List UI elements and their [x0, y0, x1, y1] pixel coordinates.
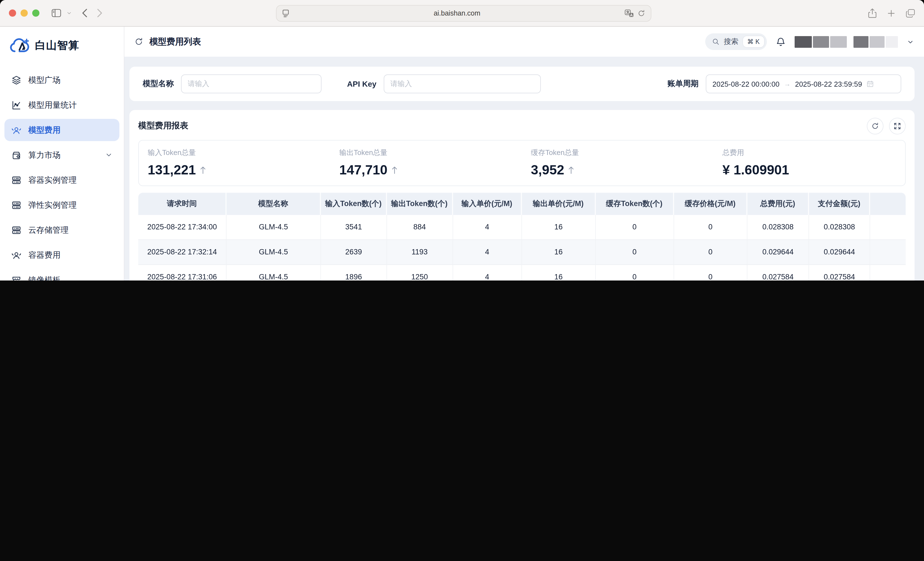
user-account-redacted[interactable] — [795, 36, 898, 48]
sidebar-item-5[interactable]: 弹性实例管理 — [4, 194, 119, 216]
brand-name: 白山智算 — [35, 38, 80, 53]
translate-icon[interactable] — [625, 9, 634, 17]
content-area: 模型名称 请输入 API Key 请输入 账单周期 2025-08-22 00:… — [124, 57, 924, 280]
sidebar-item-label: 弹性实例管理 — [28, 200, 113, 210]
billing-period-range-picker[interactable]: 2025-08-22 00:00:00 → 2025-08-22 23:59:5… — [706, 74, 901, 93]
table-cell: 2025-08-22 17:32:14 — [138, 240, 226, 265]
table-row[interactable]: 2025-08-22 17:31:06GLM-4.518961250416000… — [138, 265, 906, 280]
table-cell: 0.028308 — [748, 215, 809, 240]
up-arrow-icon — [567, 166, 575, 174]
template-icon — [11, 274, 22, 280]
server-icon — [11, 175, 22, 185]
page-title: 模型费用列表 — [149, 36, 201, 48]
table-cell: 0.029644 — [809, 240, 870, 265]
column-header: 输出Token数(个) — [387, 193, 453, 215]
up-arrow-icon — [391, 166, 398, 174]
sidebar-item-2[interactable]: 模型费用 — [4, 119, 119, 141]
browser-toolbar: ai.baishan.com — [0, 0, 924, 27]
table-cell: 16 — [522, 240, 596, 265]
account-chevron-down-icon[interactable] — [907, 38, 914, 45]
table-cell: 0.027584 — [748, 265, 809, 280]
period-start-value: 2025-08-22 00:00:00 — [712, 80, 779, 88]
up-arrow-icon — [200, 166, 207, 174]
stat-total-cost: 总费用 ¥ 1.609901 — [714, 148, 905, 178]
table-cell: 2025-08-22 17:31:06 — [138, 265, 226, 280]
sidebar-item-8[interactable]: 镜像模板 — [4, 269, 119, 280]
notifications-bell-icon[interactable] — [776, 36, 786, 47]
table-cell: 4 — [453, 265, 522, 280]
minimize-window-button[interactable] — [21, 9, 28, 16]
column-header: 输出单价(元/M) — [522, 193, 596, 215]
toolbar-chevron-down-icon[interactable] — [67, 10, 72, 15]
range-arrow-icon: → — [784, 80, 790, 88]
global-search[interactable]: 搜索 ⌘ K — [705, 33, 767, 50]
sidebar-item-7[interactable]: 容器费用 — [4, 244, 119, 266]
zoom-window-button[interactable] — [32, 9, 39, 16]
server-icon — [11, 200, 22, 210]
sidebar-item-3[interactable]: 算力市场 — [4, 144, 119, 166]
app-window: ai.baishan.com — [0, 0, 924, 280]
chevron-down-icon — [105, 151, 113, 159]
stat-cache-tokens: 缓存Token总量 3,952 — [522, 148, 714, 178]
billing-table-wrapper: 请求时间模型名称输入Token数(个)输出Token数(个)输入单价(元/M)输… — [138, 193, 906, 280]
report-refresh-button[interactable] — [867, 118, 884, 134]
table-cell — [870, 215, 906, 240]
api-key-input[interactable]: 请输入 — [384, 74, 541, 93]
table-cell: GLM-4.5 — [226, 240, 321, 265]
layers-icon — [11, 75, 22, 85]
sidebar-item-label: 容器费用 — [28, 250, 113, 260]
column-header — [870, 193, 906, 215]
new-tab-icon[interactable] — [887, 9, 896, 18]
column-header: 输入Token数(个) — [321, 193, 387, 215]
table-cell: 16 — [522, 265, 596, 280]
table-cell: 1250 — [387, 265, 453, 280]
table-cell: 0 — [596, 265, 674, 280]
table-cell: 0.027584 — [809, 265, 870, 280]
app-header: 模型费用列表 搜索 ⌘ K — [124, 27, 924, 57]
calendar-icon — [867, 80, 874, 88]
sidebar-item-1[interactable]: 模型用量统计 — [4, 94, 119, 116]
table-cell: 1896 — [321, 265, 387, 280]
market-icon — [11, 150, 22, 160]
billing-period-label: 账单周期 — [668, 79, 699, 89]
reload-icon[interactable] — [638, 9, 645, 17]
sidebar-item-label: 算力市场 — [28, 150, 105, 160]
share-icon[interactable] — [868, 8, 877, 18]
report-title: 模型费用报表 — [138, 121, 188, 131]
tab-overview-icon[interactable] — [906, 9, 915, 18]
traffic-lights — [9, 9, 39, 16]
table-cell: 0.028308 — [809, 215, 870, 240]
back-button[interactable] — [82, 9, 88, 17]
address-bar[interactable]: ai.baishan.com — [276, 5, 651, 22]
sidebar-item-4[interactable]: 容器实例管理 — [4, 169, 119, 191]
sidebar-item-label: 模型用量统计 — [28, 100, 113, 110]
table-cell: 0 — [674, 215, 747, 240]
page-format-icon[interactable] — [282, 9, 289, 17]
period-end-value: 2025-08-22 23:59:59 — [795, 80, 862, 88]
close-window-button[interactable] — [9, 9, 16, 16]
sidebar-item-label: 容器实例管理 — [28, 175, 113, 185]
users-icon — [11, 250, 22, 260]
table-row[interactable]: 2025-08-22 17:32:14GLM-4.526391193416000… — [138, 240, 906, 265]
sidebar-item-0[interactable]: 模型广场 — [4, 69, 119, 91]
table-cell — [870, 240, 906, 265]
table-cell: 0 — [596, 240, 674, 265]
report-fullscreen-button[interactable] — [889, 118, 906, 134]
table-cell: 2025-08-22 17:34:00 — [138, 215, 226, 240]
sidebar-menu: 模型广场模型用量统计模型费用算力市场容器实例管理弹性实例管理云存储管理容器费用镜… — [0, 53, 124, 280]
sidebar-item-label: 模型费用 — [28, 125, 113, 135]
sidebar-toggle-icon[interactable] — [52, 9, 61, 17]
page-refresh-icon[interactable] — [134, 37, 143, 46]
table-cell: 2639 — [321, 240, 387, 265]
sidebar-item-6[interactable]: 云存储管理 — [4, 219, 119, 241]
table-cell: GLM-4.5 — [226, 265, 321, 280]
column-header: 缓存Token数(个) — [596, 193, 674, 215]
sidebar-item-label: 镜像模板 — [28, 274, 113, 280]
model-name-input[interactable]: 请输入 — [181, 74, 321, 93]
model-name-placeholder: 请输入 — [188, 79, 209, 89]
forward-button[interactable] — [97, 9, 103, 17]
table-header-row: 请求时间模型名称输入Token数(个)输出Token数(个)输入单价(元/M)输… — [138, 193, 906, 215]
column-header: 模型名称 — [226, 193, 321, 215]
table-cell: 0 — [674, 265, 747, 280]
table-row[interactable]: 2025-08-22 17:34:00GLM-4.53541884416000.… — [138, 215, 906, 240]
